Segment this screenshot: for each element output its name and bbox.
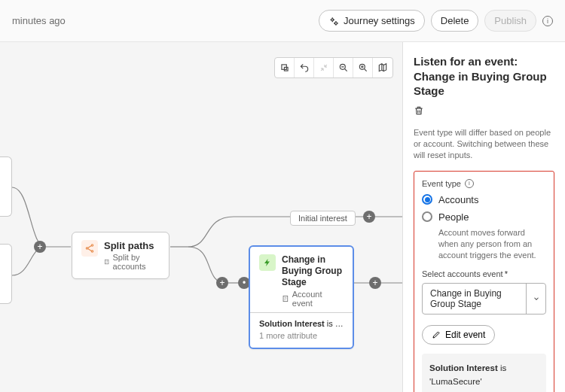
radio-people[interactable]: People [422,211,546,223]
split-node-title: Split paths [104,240,160,251]
event-bolt-icon [259,254,276,271]
event-summary: Solution Interest is 'LumaSecure' Previo… [422,354,546,392]
journey-settings-button[interactable]: Journey settings [319,10,425,32]
svg-rect-9 [105,260,108,264]
event-node-details: Solution Interest is 'LumaSec… 1 more at… [250,312,353,348]
publish-button: Publish [484,10,536,32]
last-modified-text: minutes ago [12,15,66,26]
svg-point-7 [91,245,93,246]
delete-label: Delete [441,15,469,26]
event-type-section: Event type i Accounts People Account mov… [414,171,554,392]
add-node-button[interactable]: + [369,277,381,289]
event-node-title: Change in Buying Group Stage [282,254,344,288]
undo-icon[interactable] [295,58,314,77]
journey-canvas[interactable]: + + + • + Split paths Split by accounts [0,42,402,392]
building-icon [282,295,289,302]
topbar: minutes ago Journey settings Delete Publ… [0,0,565,42]
split-paths-node[interactable]: Split paths Split by accounts [72,232,170,279]
offscreen-node[interactable] [0,156,12,217]
journey-settings-label: Journey settings [344,15,415,26]
svg-point-1 [335,22,337,24]
split-node-subtitle: Split by accounts [104,253,160,271]
svg-point-6 [86,248,87,249]
screenshot-icon[interactable] [275,58,295,77]
accounts-event-select[interactable]: Change in Buying Group Stage [422,283,546,315]
main-content: + + + • + Split paths Split by accounts [0,42,565,392]
topbar-actions: Journey settings Delete Publish i [319,10,553,32]
event-type-radio-group: Accounts People Account moves forward wh… [422,194,546,262]
edit-event-button[interactable]: Edit event [422,325,495,345]
svg-rect-10 [283,296,288,301]
radio-checked-icon [422,194,432,205]
add-node-button[interactable]: + [363,211,375,223]
publish-label: Publish [494,15,527,26]
event-node-subtitle: Account event [282,290,344,308]
canvas-toolbar [274,57,393,78]
info-icon[interactable]: i [465,179,474,188]
svg-point-8 [91,251,93,252]
panel-hint: Event type will differ based on people o… [414,127,554,162]
radio-unchecked-icon [422,211,432,222]
properties-panel: Listen for an event: Change in Buying Gr… [402,42,565,392]
info-icon[interactable]: i [542,16,553,26]
radio-accounts[interactable]: Accounts [422,194,546,205]
chevron-down-icon [526,284,545,314]
gears-icon [328,16,339,26]
event-type-label: Event type i [422,179,546,188]
building-icon [104,258,110,266]
split-icon [81,240,98,257]
svg-point-0 [331,18,334,20]
collapse-icon[interactable] [314,58,334,77]
more-attributes-text: 1 more attribute [259,331,344,340]
map-icon[interactable] [373,58,392,77]
select-event-label: Select accounts event* [422,269,546,278]
zoom-out-icon[interactable] [334,58,353,77]
event-node[interactable]: Change in Buying Group Stage Account eve… [249,245,354,349]
zoom-in-icon[interactable] [353,58,373,77]
add-node-button[interactable]: + [34,241,46,253]
delete-button[interactable]: Delete [431,10,479,32]
add-node-button[interactable]: + [216,277,228,289]
panel-title: Listen for an event: Change in Buying Gr… [414,54,554,99]
accounts-description: Account moves forward when any person fr… [438,227,546,262]
trash-icon[interactable] [414,105,424,117]
path-pill-initial[interactable]: Initial interest [290,211,356,226]
select-value: Change in Buying Group Stage [423,284,526,314]
pencil-icon [432,330,441,339]
offscreen-node[interactable] [0,244,12,304]
